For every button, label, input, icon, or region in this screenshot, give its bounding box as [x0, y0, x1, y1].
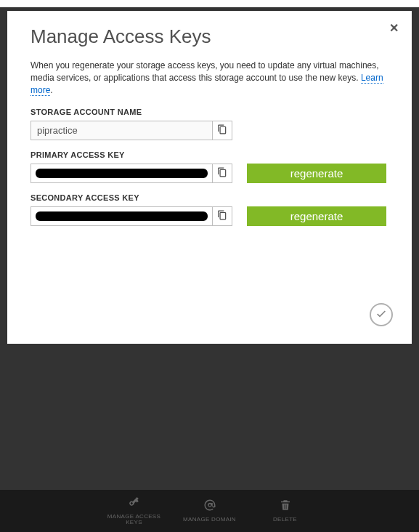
dialog-description: When you regenerate your storage access … — [30, 60, 389, 96]
close-button[interactable]: ✕ — [389, 21, 399, 35]
secondary-access-key-input[interactable] — [30, 206, 213, 226]
command-bar: MANAGE ACCESS KEYS MANAGE DOMAIN DELETE — [0, 490, 419, 532]
key-icon — [128, 496, 141, 511]
trash-icon — [279, 499, 292, 514]
cmd-manage-access-keys[interactable]: MANAGE ACCESS KEYS — [105, 496, 163, 526]
manage-access-keys-dialog: ✕ Manage Access Keys When you regenerate… — [7, 11, 412, 344]
copy-primary-key-button[interactable] — [213, 164, 232, 183]
primary-access-key-input[interactable] — [30, 164, 213, 183]
cmd-delete[interactable]: DELETE — [256, 499, 314, 523]
storage-account-name-input[interactable] — [30, 121, 213, 140]
regenerate-secondary-button[interactable]: regenerate — [247, 206, 386, 226]
dialog-title: Manage Access Keys — [30, 25, 389, 48]
copy-secondary-key-button[interactable] — [213, 206, 232, 226]
cmd-label: MANAGE ACCESS KEYS — [105, 514, 163, 527]
storage-account-name-label: STORAGE ACCOUNT NAME — [30, 108, 389, 116]
confirm-button[interactable] — [370, 303, 393, 326]
copy-icon — [217, 167, 227, 180]
secondary-access-key-label: SECONDARY ACCESS KEY — [30, 193, 389, 202]
at-icon — [203, 499, 216, 514]
regenerate-primary-button[interactable]: regenerate — [247, 164, 386, 183]
copy-icon — [217, 124, 227, 137]
cmd-label: DELETE — [273, 517, 297, 523]
check-icon — [375, 308, 387, 322]
cmd-manage-domain[interactable]: MANAGE DOMAIN — [181, 499, 239, 523]
primary-access-key-label: PRIMARY ACCESS KEY — [30, 150, 389, 159]
cmd-label: MANAGE DOMAIN — [183, 517, 236, 523]
copy-account-name-button[interactable] — [213, 121, 232, 140]
copy-icon — [217, 210, 227, 222]
